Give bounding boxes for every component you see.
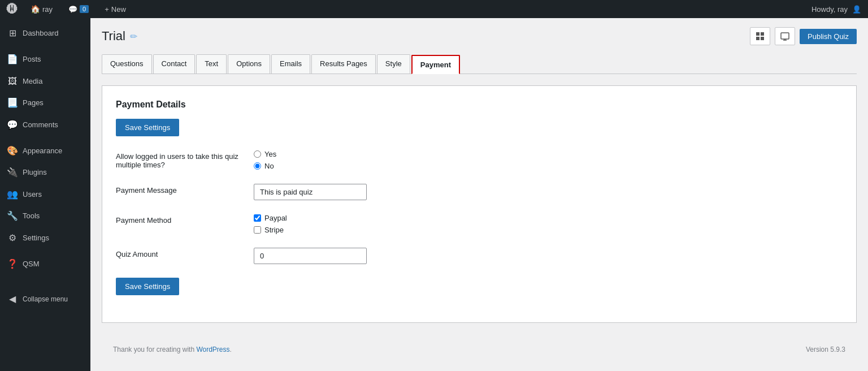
payment-section-title: Payment Details [116,100,843,110]
payment-content-panel: Payment Details Save Settings Allow logg… [102,85,857,323]
allow-multiple-row: Allow logged in users to take this quiz … [116,150,843,170]
site-name-link[interactable]: 🏠 ray [27,0,56,18]
payment-message-label: Payment Message [116,184,240,195]
wp-logo-icon[interactable]: 🅦 [7,3,18,15]
admin-bar: 🅦 🏠 ray 💬 0 + New Howdy, ray 👤 [0,0,868,18]
sidebar-item-label: Plugins [23,167,47,178]
allow-multiple-no[interactable]: No [254,162,843,170]
paypal-option[interactable]: Paypal [254,214,843,222]
sidebar-item-tools[interactable]: 🔧 Tools [0,205,90,227]
sidebar-item-label: Comments [23,120,58,130]
sidebar-item-label: Tools [23,211,40,221]
sidebar-item-settings[interactable]: ⚙ Settings [0,227,90,249]
sidebar-item-label: Posts [23,54,41,64]
payment-method-control: Paypal Stripe [254,214,843,234]
sidebar-item-posts[interactable]: 📄 Posts [0,49,90,70]
save-settings-button-bottom[interactable]: Save Settings [116,278,179,295]
sidebar-item-label: QSM [23,259,40,269]
tools-icon: 🔧 [7,210,18,222]
tab-text[interactable]: Text [196,54,227,74]
allow-multiple-yes-label: Yes [264,150,276,158]
stripe-label: Stripe [264,226,284,234]
allow-multiple-no-label: No [264,162,274,170]
allow-multiple-radio-group: Yes No [254,150,843,170]
sidebar-item-pages[interactable]: 📃 Pages [0,92,90,114]
media-icon: 🖼 [7,75,18,88]
paypal-checkbox[interactable] [254,214,261,222]
payment-method-label: Payment Method [116,214,240,225]
stripe-checkbox[interactable] [254,226,261,234]
sidebar-item-comments[interactable]: 💬 Comments [0,114,90,136]
tab-contact[interactable]: Contact [153,54,196,74]
sidebar-item-users[interactable]: 👥 Users [0,184,90,205]
paypal-label: Paypal [264,214,287,222]
sidebar-item-plugins[interactable]: 🔌 Plugins [0,162,90,183]
allow-multiple-control: Yes No [254,150,843,170]
sidebar-item-appearance[interactable]: 🎨 Appearance [0,140,90,162]
plugins-icon: 🔌 [7,166,18,179]
posts-icon: 📄 [7,53,18,66]
footer-version: Version 5.9.3 [806,346,845,353]
header-actions: Publish Quiz [750,27,857,45]
quiz-amount-row: Quiz Amount [116,248,843,264]
sidebar-item-label: Pages [23,98,44,108]
sidebar-item-dashboard[interactable]: ⊞ Dashboard [0,23,90,44]
tab-style[interactable]: Style [377,54,410,74]
allow-multiple-yes[interactable]: Yes [254,150,843,158]
footer-thank-you-text: Thank you for creating with [113,346,196,353]
sidebar-item-label: Dashboard [23,28,59,38]
footer-credit: Thank you for creating with WordPress. [113,346,232,353]
payment-method-row: Payment Method Paypal Stripe [116,214,843,234]
qsm-icon: ❓ [7,258,18,270]
sidebar-item-label: Appearance [23,146,62,156]
grid-view-button[interactable] [750,27,770,45]
edit-title-icon[interactable]: ✏ [130,31,137,42]
payment-message-input[interactable] [254,184,367,200]
preview-button[interactable] [775,27,795,45]
users-icon: 👥 [7,188,18,201]
stripe-option[interactable]: Stripe [254,226,843,234]
tab-payment[interactable]: Payment [411,55,460,74]
comments-link[interactable]: 💬 0 [65,0,92,18]
tab-questions[interactable]: Questions [102,54,152,74]
allow-multiple-label: Allow logged in users to take this quiz … [116,150,240,169]
comments-count: 0 [80,5,89,13]
payment-message-control [254,184,843,200]
save-settings-button-top[interactable]: Save Settings [116,119,179,136]
svg-rect-4 [781,33,789,39]
howdy-text: Howdy, ray [811,5,848,14]
tab-results-pages[interactable]: Results Pages [311,54,376,74]
svg-rect-3 [761,37,764,40]
tab-emails[interactable]: Emails [271,54,310,74]
quiz-amount-input[interactable] [254,248,367,264]
site-name: ray [42,5,53,14]
new-content-link[interactable]: + New [101,0,129,18]
settings-icon: ⚙ [7,232,18,244]
sidebar-item-media[interactable]: 🖼 Media [0,71,90,92]
admin-sidebar: ⊞ Dashboard 📄 Posts 🖼 Media 📃 Pages 💬 Co… [0,18,90,371]
payment-message-row: Payment Message [116,184,843,200]
svg-rect-0 [756,32,760,36]
publish-quiz-button[interactable]: Publish Quiz [800,29,857,44]
page-header: Trial ✏ Publish Quiz [102,27,857,45]
quiz-amount-label: Quiz Amount [116,248,240,258]
collapse-label: Collapse menu [23,295,68,304]
payment-method-checkbox-group: Paypal Stripe [254,214,843,234]
comments-icon: 💬 [7,119,18,131]
quiz-amount-control [254,248,843,264]
sidebar-item-qsm[interactable]: ❓ QSM [0,253,90,275]
allow-multiple-no-radio[interactable] [254,162,261,170]
collapse-menu-button[interactable]: ◀ Collapse menu [0,288,90,310]
allow-multiple-yes-radio[interactable] [254,150,261,158]
tab-options[interactable]: Options [228,54,270,74]
page-title: Trial [102,29,125,44]
sidebar-item-label: Media [23,76,42,87]
page-footer: Thank you for creating with WordPress. V… [102,341,857,358]
new-label: New [111,5,126,14]
wordpress-link[interactable]: WordPress [196,346,229,353]
user-avatar-icon[interactable]: 👤 [852,5,861,14]
sidebar-item-label: Settings [23,233,49,243]
dashboard-icon: ⊞ [7,27,18,40]
sidebar-item-label: Users [23,189,42,200]
quiz-tabs: Questions Contact Text Options Emails Re… [102,54,857,74]
